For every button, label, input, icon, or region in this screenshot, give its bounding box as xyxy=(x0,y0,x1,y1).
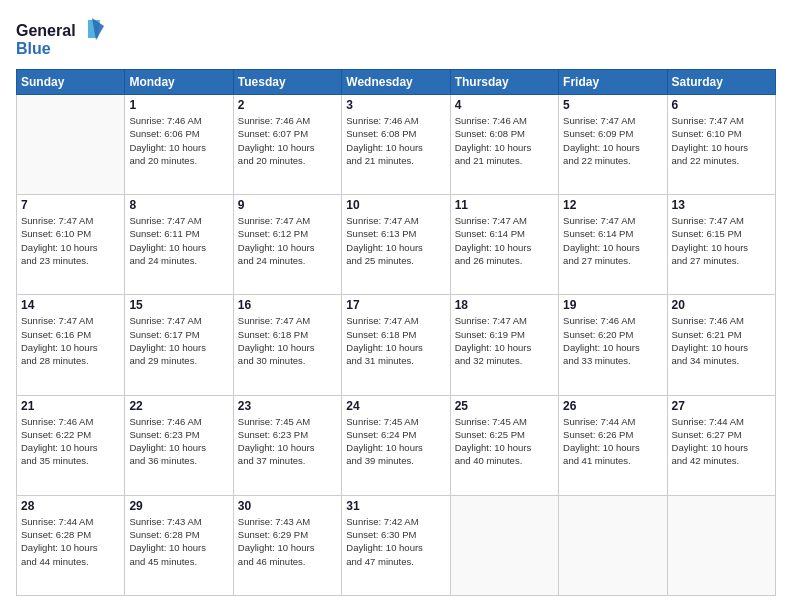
day-number: 13 xyxy=(672,198,771,212)
day-number: 22 xyxy=(129,399,228,413)
calendar-cell: 31Sunrise: 7:42 AMSunset: 6:30 PMDayligh… xyxy=(342,495,450,595)
day-number: 27 xyxy=(672,399,771,413)
day-number: 7 xyxy=(21,198,120,212)
day-info: Sunrise: 7:46 AMSunset: 6:21 PMDaylight:… xyxy=(672,314,771,367)
day-info: Sunrise: 7:47 AMSunset: 6:15 PMDaylight:… xyxy=(672,214,771,267)
calendar-cell: 4Sunrise: 7:46 AMSunset: 6:08 PMDaylight… xyxy=(450,95,558,195)
column-header-saturday: Saturday xyxy=(667,70,775,95)
day-number: 15 xyxy=(129,298,228,312)
day-info: Sunrise: 7:44 AMSunset: 6:26 PMDaylight:… xyxy=(563,415,662,468)
day-info: Sunrise: 7:47 AMSunset: 6:10 PMDaylight:… xyxy=(21,214,120,267)
day-info: Sunrise: 7:44 AMSunset: 6:27 PMDaylight:… xyxy=(672,415,771,468)
day-info: Sunrise: 7:47 AMSunset: 6:14 PMDaylight:… xyxy=(563,214,662,267)
day-number: 31 xyxy=(346,499,445,513)
calendar-cell: 29Sunrise: 7:43 AMSunset: 6:28 PMDayligh… xyxy=(125,495,233,595)
day-number: 29 xyxy=(129,499,228,513)
day-info: Sunrise: 7:46 AMSunset: 6:23 PMDaylight:… xyxy=(129,415,228,468)
calendar-cell: 30Sunrise: 7:43 AMSunset: 6:29 PMDayligh… xyxy=(233,495,341,595)
day-number: 28 xyxy=(21,499,120,513)
calendar-cell: 24Sunrise: 7:45 AMSunset: 6:24 PMDayligh… xyxy=(342,395,450,495)
day-info: Sunrise: 7:47 AMSunset: 6:10 PMDaylight:… xyxy=(672,114,771,167)
day-number: 5 xyxy=(563,98,662,112)
day-number: 19 xyxy=(563,298,662,312)
day-info: Sunrise: 7:44 AMSunset: 6:28 PMDaylight:… xyxy=(21,515,120,568)
calendar-cell: 25Sunrise: 7:45 AMSunset: 6:25 PMDayligh… xyxy=(450,395,558,495)
svg-text:Blue: Blue xyxy=(16,40,51,57)
day-info: Sunrise: 7:47 AMSunset: 6:18 PMDaylight:… xyxy=(238,314,337,367)
calendar-cell: 27Sunrise: 7:44 AMSunset: 6:27 PMDayligh… xyxy=(667,395,775,495)
day-info: Sunrise: 7:43 AMSunset: 6:29 PMDaylight:… xyxy=(238,515,337,568)
calendar-cell: 20Sunrise: 7:46 AMSunset: 6:21 PMDayligh… xyxy=(667,295,775,395)
day-info: Sunrise: 7:47 AMSunset: 6:18 PMDaylight:… xyxy=(346,314,445,367)
day-info: Sunrise: 7:45 AMSunset: 6:25 PMDaylight:… xyxy=(455,415,554,468)
day-info: Sunrise: 7:45 AMSunset: 6:23 PMDaylight:… xyxy=(238,415,337,468)
calendar-cell: 19Sunrise: 7:46 AMSunset: 6:20 PMDayligh… xyxy=(559,295,667,395)
day-info: Sunrise: 7:46 AMSunset: 6:22 PMDaylight:… xyxy=(21,415,120,468)
day-number: 14 xyxy=(21,298,120,312)
day-number: 21 xyxy=(21,399,120,413)
calendar-cell: 26Sunrise: 7:44 AMSunset: 6:26 PMDayligh… xyxy=(559,395,667,495)
column-header-friday: Friday xyxy=(559,70,667,95)
day-number: 30 xyxy=(238,499,337,513)
day-number: 25 xyxy=(455,399,554,413)
day-info: Sunrise: 7:46 AMSunset: 6:08 PMDaylight:… xyxy=(455,114,554,167)
day-number: 6 xyxy=(672,98,771,112)
calendar-table: SundayMondayTuesdayWednesdayThursdayFrid… xyxy=(16,69,776,596)
day-info: Sunrise: 7:47 AMSunset: 6:09 PMDaylight:… xyxy=(563,114,662,167)
calendar-cell: 14Sunrise: 7:47 AMSunset: 6:16 PMDayligh… xyxy=(17,295,125,395)
day-info: Sunrise: 7:47 AMSunset: 6:12 PMDaylight:… xyxy=(238,214,337,267)
column-header-wednesday: Wednesday xyxy=(342,70,450,95)
calendar-cell: 2Sunrise: 7:46 AMSunset: 6:07 PMDaylight… xyxy=(233,95,341,195)
day-number: 3 xyxy=(346,98,445,112)
calendar-cell: 18Sunrise: 7:47 AMSunset: 6:19 PMDayligh… xyxy=(450,295,558,395)
day-number: 2 xyxy=(238,98,337,112)
calendar-cell: 10Sunrise: 7:47 AMSunset: 6:13 PMDayligh… xyxy=(342,195,450,295)
calendar-cell xyxy=(450,495,558,595)
day-number: 24 xyxy=(346,399,445,413)
day-info: Sunrise: 7:47 AMSunset: 6:14 PMDaylight:… xyxy=(455,214,554,267)
day-number: 18 xyxy=(455,298,554,312)
calendar-cell xyxy=(667,495,775,595)
calendar-cell: 13Sunrise: 7:47 AMSunset: 6:15 PMDayligh… xyxy=(667,195,775,295)
day-number: 9 xyxy=(238,198,337,212)
column-header-monday: Monday xyxy=(125,70,233,95)
calendar-cell: 23Sunrise: 7:45 AMSunset: 6:23 PMDayligh… xyxy=(233,395,341,495)
calendar-cell: 16Sunrise: 7:47 AMSunset: 6:18 PMDayligh… xyxy=(233,295,341,395)
calendar-cell xyxy=(559,495,667,595)
day-number: 17 xyxy=(346,298,445,312)
day-number: 10 xyxy=(346,198,445,212)
day-number: 16 xyxy=(238,298,337,312)
calendar-cell: 5Sunrise: 7:47 AMSunset: 6:09 PMDaylight… xyxy=(559,95,667,195)
calendar-cell: 8Sunrise: 7:47 AMSunset: 6:11 PMDaylight… xyxy=(125,195,233,295)
day-number: 12 xyxy=(563,198,662,212)
day-info: Sunrise: 7:46 AMSunset: 6:07 PMDaylight:… xyxy=(238,114,337,167)
calendar-cell: 21Sunrise: 7:46 AMSunset: 6:22 PMDayligh… xyxy=(17,395,125,495)
day-number: 4 xyxy=(455,98,554,112)
day-info: Sunrise: 7:46 AMSunset: 6:06 PMDaylight:… xyxy=(129,114,228,167)
day-info: Sunrise: 7:47 AMSunset: 6:17 PMDaylight:… xyxy=(129,314,228,367)
day-number: 23 xyxy=(238,399,337,413)
svg-text:General: General xyxy=(16,22,76,39)
calendar-cell: 28Sunrise: 7:44 AMSunset: 6:28 PMDayligh… xyxy=(17,495,125,595)
day-info: Sunrise: 7:47 AMSunset: 6:11 PMDaylight:… xyxy=(129,214,228,267)
calendar-cell xyxy=(17,95,125,195)
day-number: 20 xyxy=(672,298,771,312)
day-number: 11 xyxy=(455,198,554,212)
day-info: Sunrise: 7:45 AMSunset: 6:24 PMDaylight:… xyxy=(346,415,445,468)
day-info: Sunrise: 7:43 AMSunset: 6:28 PMDaylight:… xyxy=(129,515,228,568)
calendar-cell: 15Sunrise: 7:47 AMSunset: 6:17 PMDayligh… xyxy=(125,295,233,395)
day-number: 26 xyxy=(563,399,662,413)
calendar-cell: 17Sunrise: 7:47 AMSunset: 6:18 PMDayligh… xyxy=(342,295,450,395)
calendar-cell: 3Sunrise: 7:46 AMSunset: 6:08 PMDaylight… xyxy=(342,95,450,195)
column-header-thursday: Thursday xyxy=(450,70,558,95)
day-info: Sunrise: 7:47 AMSunset: 6:13 PMDaylight:… xyxy=(346,214,445,267)
calendar-cell: 6Sunrise: 7:47 AMSunset: 6:10 PMDaylight… xyxy=(667,95,775,195)
day-info: Sunrise: 7:42 AMSunset: 6:30 PMDaylight:… xyxy=(346,515,445,568)
day-info: Sunrise: 7:46 AMSunset: 6:20 PMDaylight:… xyxy=(563,314,662,367)
day-info: Sunrise: 7:46 AMSunset: 6:08 PMDaylight:… xyxy=(346,114,445,167)
calendar-cell: 12Sunrise: 7:47 AMSunset: 6:14 PMDayligh… xyxy=(559,195,667,295)
column-header-tuesday: Tuesday xyxy=(233,70,341,95)
calendar-cell: 1Sunrise: 7:46 AMSunset: 6:06 PMDaylight… xyxy=(125,95,233,195)
day-number: 1 xyxy=(129,98,228,112)
column-header-sunday: Sunday xyxy=(17,70,125,95)
